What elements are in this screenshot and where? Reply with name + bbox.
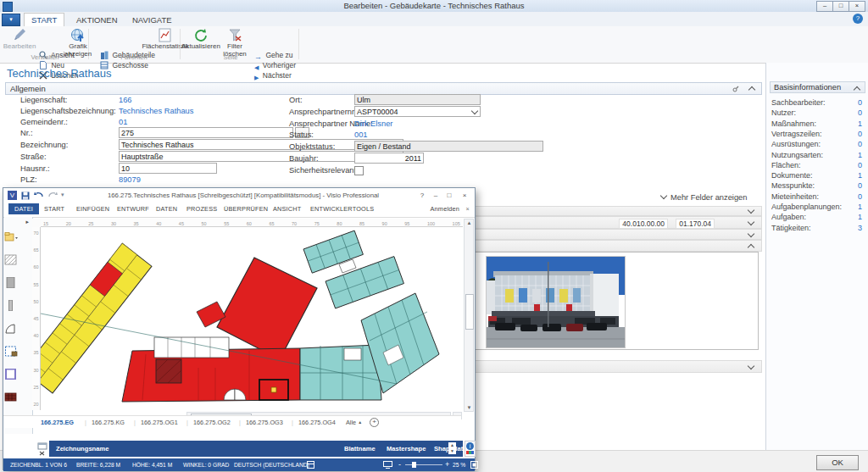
stencil-expand-icon[interactable]: ▸: [4, 217, 32, 227]
visio-help-button[interactable]: ?: [415, 190, 429, 201]
plz-value[interactable]: 89079: [119, 175, 141, 184]
factbox-row-value[interactable]: 1: [858, 213, 862, 221]
vorheriger-button[interactable]: ◀ Vorheriger: [254, 61, 296, 70]
scroll-up-icon[interactable]: ▲: [465, 220, 473, 225]
factbox-row-value[interactable]: 0: [858, 108, 862, 117]
visio-close-button[interactable]: ×: [458, 190, 471, 201]
factbox-row-value[interactable]: 0: [858, 161, 862, 169]
visio-tab-start[interactable]: START: [44, 205, 64, 213]
factbox-row-value[interactable]: 1: [858, 203, 862, 211]
drawing-canvas[interactable]: [41, 227, 463, 410]
section-allgemein-header[interactable]: Allgemein: [5, 82, 762, 95]
tab-navigate[interactable]: NAVIGATE: [125, 14, 179, 26]
building-photo[interactable]: [486, 256, 626, 348]
scroll-down-icon[interactable]: ▼: [465, 405, 473, 410]
stencil-bar-shape[interactable]: [4, 300, 18, 311]
ansprechpartner-name-value[interactable]: Dirk Elsner: [354, 119, 392, 128]
factbox-row-value[interactable]: 1: [858, 171, 862, 180]
panel-info-icon[interactable]: i: [465, 441, 476, 457]
visio-tab-ansicht[interactable]: ANSICHT: [273, 205, 301, 213]
undo-icon[interactable]: [34, 192, 44, 200]
section-collapse-icon[interactable]: [748, 86, 755, 93]
ok-button[interactable]: OK: [816, 455, 859, 470]
fasttab2-code1[interactable]: 40.010.00.00: [619, 219, 668, 229]
status-language[interactable]: DEUTSCH (DEUTSCHLAND): [234, 462, 309, 468]
visio-minimize-button[interactable]: –: [429, 190, 442, 201]
fasttab4-collapse-icon[interactable]: [748, 244, 754, 251]
status-value[interactable]: 001: [354, 130, 368, 139]
zoom-slider-thumb[interactable]: [412, 462, 416, 468]
visio-vertical-scrollbar[interactable]: ▲ ▼: [464, 219, 474, 412]
stencil-door-arc-shape[interactable]: [4, 323, 18, 334]
app-menu-button[interactable]: ▼: [2, 14, 20, 26]
shape-data-panel-header[interactable]: Zeichnungsname Blattname Mastershape Sha…: [49, 441, 463, 457]
tab-start[interactable]: START: [24, 13, 64, 27]
page-tab-og3[interactable]: 166.275.OG3: [246, 419, 283, 426]
close-button[interactable]: ×: [849, 1, 865, 12]
horizontal-ruler[interactable]: 1520253035404550556065707580859095100105: [41, 219, 463, 227]
factbox-row-value[interactable]: 1: [858, 151, 862, 159]
stencil-gray-rect-shape[interactable]: [4, 277, 18, 288]
ort-input[interactable]: [354, 94, 481, 105]
baujahr-input[interactable]: [354, 153, 424, 164]
minimize-button[interactable]: –: [816, 1, 833, 12]
presentation-icon[interactable]: [383, 461, 392, 469]
visio-tab-datei[interactable]: DATEI: [8, 203, 39, 214]
page-tab-eg[interactable]: 166.275.EG: [41, 419, 74, 426]
page-tab-og1[interactable]: 166.275.OG1: [141, 419, 178, 426]
zoom-out-button[interactable]: -: [398, 460, 401, 469]
status-sheet[interactable]: ZEICHENBL. 1 VON 6: [10, 462, 67, 468]
factbox-row-value[interactable]: 0: [858, 98, 862, 107]
factbox-row-value[interactable]: 3: [858, 224, 862, 232]
status-hoehe[interactable]: HÖHE: 4,451 M: [132, 462, 172, 468]
page-tab-kg[interactable]: 166.275.KG: [92, 419, 125, 426]
factbox-row-value[interactable]: 0: [858, 140, 862, 148]
section-tools-icon[interactable]: [732, 86, 739, 92]
save-icon[interactable]: [21, 192, 30, 200]
status-winkel[interactable]: WINKEL: 0 GRAD: [183, 462, 229, 468]
qat-more-icon[interactable]: ▾: [61, 192, 64, 198]
naechster-button[interactable]: ▶ Nächster: [254, 71, 292, 81]
gemeindenr-value[interactable]: 01: [119, 118, 127, 126]
factbox-collapse-icon[interactable]: [854, 86, 860, 93]
panel-spinner[interactable]: ▲▼: [448, 442, 456, 454]
maximize-button[interactable]: □: [832, 1, 849, 12]
fasttab3-expand-icon[interactable]: [748, 230, 754, 237]
stencil-hatched-shape[interactable]: [4, 254, 18, 265]
fit-page-icon[interactable]: [470, 461, 478, 469]
vertical-ruler[interactable]: 7065605550454035302520: [32, 227, 41, 410]
hausnr-input[interactable]: [119, 163, 217, 174]
objektstatus-input[interactable]: [354, 141, 543, 152]
visio-anmelden[interactable]: Anmelden: [431, 205, 459, 213]
factbox-row-value[interactable]: 0: [858, 192, 862, 201]
ansprechpartnernr-select[interactable]: [354, 106, 481, 117]
factbox-header[interactable]: Basisinformationen: [770, 81, 865, 93]
zoom-slider[interactable]: [405, 464, 442, 465]
fasttab2-code2[interactable]: 01.170.04: [676, 219, 715, 229]
more-fields-link[interactable]: Mehr Felder anzeigen: [661, 193, 747, 202]
fasttab5-expand-icon[interactable]: [748, 363, 754, 369]
visio-tab-entwurf[interactable]: ENTWURF: [117, 205, 149, 213]
fasttab2-expand-icon[interactable]: [748, 219, 754, 225]
panel-window-icon[interactable]: [37, 442, 47, 456]
visio-ribbon-close-icon[interactable]: ×: [466, 205, 470, 213]
stencil-dark-pattern-shape[interactable]: [4, 391, 18, 403]
visio-tab-daten[interactable]: DATEN: [156, 205, 177, 213]
tab-aktionen[interactable]: AKTIONEN: [70, 14, 125, 26]
sicherheitsrelevant-checkbox[interactable]: [354, 166, 364, 175]
factbox-row-value[interactable]: 0: [858, 181, 862, 190]
factbox-row-value[interactable]: 0: [858, 130, 862, 138]
zoom-in-button[interactable]: +: [445, 460, 449, 469]
add-page-button[interactable]: +: [370, 418, 379, 427]
page-tab-og4[interactable]: 166.275.OG4: [298, 419, 336, 426]
page-tabs-alle[interactable]: Alle ▲: [346, 419, 362, 426]
redo-icon[interactable]: [47, 192, 58, 200]
visio-tab-entwicklertools[interactable]: ENTWICKLERTOOLS: [310, 205, 374, 213]
nr-input[interactable]: [119, 127, 293, 138]
status-macro-icon[interactable]: [307, 461, 314, 469]
visio-maximize-button[interactable]: □: [442, 190, 456, 201]
stencil-folder-icon[interactable]: [4, 231, 18, 242]
visio-tab-ueberpruefen[interactable]: ÜBERPRÜFEN: [224, 205, 268, 213]
stencil-selected-shape[interactable]: [4, 346, 18, 357]
help-icon[interactable]: ?: [853, 14, 863, 24]
